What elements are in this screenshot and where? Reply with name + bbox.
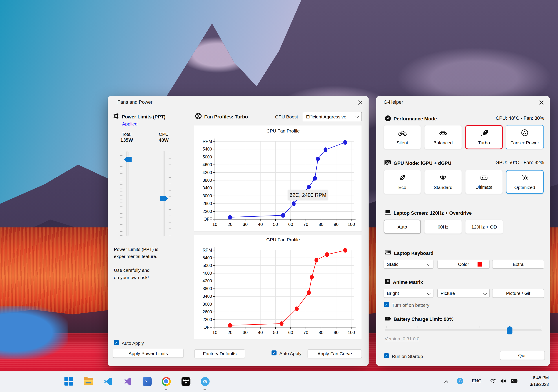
- tray-clock[interactable]: 6:45 PM 3/18/2023: [530, 375, 549, 388]
- keyboard-mode-value: Static: [387, 261, 399, 267]
- mode-fans-power-button[interactable]: Fans + Power: [506, 125, 544, 149]
- mode-balanced-label: Balanced: [434, 140, 453, 145]
- svg-text:3800: 3800: [203, 286, 212, 291]
- fans-window-titlebar[interactable]: Fans and Power: [108, 96, 369, 109]
- cpu-chip-icon: [113, 113, 119, 120]
- screen-120hz-od-button[interactable]: 120Hz + OD: [465, 220, 503, 234]
- battery-slider-track[interactable]: [385, 329, 541, 331]
- turn-off-on-battery-label: Turn off on battery: [392, 302, 429, 308]
- mode-silent-label: Silent: [396, 140, 408, 145]
- gpu-mode-heading-row: GPU Mode: iGPU + dGPU: [384, 159, 452, 167]
- auto-apply-power-checkbox[interactable]: ✓: [114, 340, 119, 345]
- svg-text:5000: 5000: [203, 263, 212, 268]
- laptop-keyboard-heading-row: Laptop Keyboard: [384, 250, 434, 256]
- wallpaper-blue-lake-patch: [0, 306, 68, 359]
- tray-wifi[interactable]: [490, 378, 497, 384]
- folder-icon: [84, 377, 93, 385]
- tray-chevron-up[interactable]: [443, 378, 449, 384]
- keyboard-color-label: Color: [458, 261, 469, 267]
- cpu-power-slider-thumb[interactable]: [160, 196, 168, 201]
- cpu-boost-value: Efficient Aggressive: [306, 114, 346, 119]
- vscode-button[interactable]: [103, 377, 113, 386]
- ghelper-titlebar[interactable]: G-Helper: [376, 96, 550, 109]
- tidal-button[interactable]: [181, 377, 190, 386]
- turn-off-on-battery-checkbox[interactable]: ✓: [384, 302, 389, 307]
- tray-language[interactable]: ENG: [472, 378, 482, 384]
- powershell-button[interactable]: >_: [142, 377, 152, 386]
- keyboard-extra-button[interactable]: Extra: [492, 260, 544, 268]
- fans-window-title: Fans and Power: [117, 100, 152, 105]
- visual-studio-button[interactable]: [123, 377, 132, 386]
- matrix-mode-value: Picture: [441, 291, 455, 296]
- ghelper-taskbar-button[interactable]: G: [201, 377, 210, 386]
- svg-text:60: 60: [288, 330, 293, 335]
- file-explorer-button[interactable]: [84, 377, 93, 386]
- quit-button[interactable]: Quit: [500, 351, 545, 360]
- wifi-icon: [490, 378, 497, 384]
- version-link[interactable]: Version: 0.31.0.0: [385, 336, 419, 342]
- performance-mode-heading: Performance Mode: [394, 116, 437, 122]
- cpu-power-slider[interactable]: [163, 151, 165, 236]
- gpu-fan-curve-chart[interactable]: OFF220026003000340038004200460050005400R…: [194, 234, 362, 339]
- cpu-fan-curve-svg[interactable]: OFF220026003000340038004200460050005400R…: [194, 125, 362, 232]
- tray-volume[interactable]: [500, 378, 507, 384]
- close-icon[interactable]: [538, 100, 544, 106]
- svg-text:2600: 2600: [203, 201, 212, 206]
- svg-text:3400: 3400: [203, 186, 212, 190]
- svg-text:60: 60: [288, 222, 293, 227]
- screen-60hz-button[interactable]: 60Hz: [424, 220, 462, 234]
- factory-defaults-button[interactable]: Factory Defaults: [194, 349, 245, 358]
- chrome-icon: [162, 377, 171, 386]
- battery-charging-icon: [510, 378, 518, 384]
- tray-time: 6:45 PM: [530, 375, 549, 382]
- chrome-button[interactable]: [162, 377, 171, 386]
- cpu-slider-ticks: [169, 152, 171, 236]
- tray-battery[interactable]: [510, 378, 518, 384]
- svg-text:10: 10: [212, 222, 217, 227]
- svg-text:OFF: OFF: [203, 217, 212, 222]
- keyboard-color-button[interactable]: Color: [437, 260, 490, 268]
- run-on-startup-checkbox[interactable]: ✓: [384, 353, 389, 358]
- mode-balanced-button[interactable]: Balanced: [424, 125, 462, 149]
- total-power-slider-thumb[interactable]: [124, 157, 132, 162]
- gpu-standard-button[interactable]: Standard: [424, 170, 462, 194]
- close-icon[interactable]: [357, 100, 363, 106]
- screen-auto-button[interactable]: Auto: [384, 220, 421, 234]
- screen-120hz-od-label: 120Hz + OD: [471, 224, 497, 229]
- tray-ghelper[interactable]: G: [457, 378, 463, 384]
- gpu-eco-button[interactable]: Eco: [384, 170, 421, 194]
- fan-profiles-heading: Fan Profiles: Turbo: [204, 114, 248, 119]
- battery-limit-slider[interactable]: [384, 326, 542, 335]
- screen-auto-label: Auto: [398, 224, 407, 229]
- rocket-icon: [480, 129, 488, 138]
- total-slider-ticks: [120, 152, 122, 236]
- auto-apply-fans-checkbox[interactable]: ✓: [271, 350, 277, 356]
- start-button[interactable]: [64, 377, 73, 386]
- matrix-mode-select[interactable]: Picture: [437, 289, 490, 298]
- apply-power-limits-button[interactable]: Apply Power Limits: [113, 349, 184, 358]
- mode-silent-button[interactable]: Silent: [384, 125, 421, 149]
- laptop-icon: [384, 209, 391, 217]
- g-helper-window: G-Helper Performance Mode CPU: 48°C - Fa…: [376, 96, 550, 366]
- picture-gif-button[interactable]: Picture / Gif: [492, 289, 544, 298]
- gpu-optimized-button[interactable]: Optimized: [506, 170, 544, 194]
- fans-and-power-window: Fans and Power Power Limits (PPT) Applie…: [108, 96, 369, 366]
- cpu-value: 40W: [153, 138, 175, 143]
- gpu-fan-curve-svg[interactable]: OFF220026003000340038004200460050005400R…: [194, 235, 362, 339]
- gauge-icon: [385, 115, 391, 123]
- svg-text:4200: 4200: [203, 170, 212, 175]
- svg-text:5000: 5000: [203, 155, 212, 159]
- tidal-icon: [181, 377, 190, 386]
- total-power-slider[interactable]: [126, 151, 129, 236]
- matrix-brightness-select[interactable]: Bright: [384, 289, 434, 298]
- keyboard-mode-select[interactable]: Static: [384, 260, 434, 268]
- svg-text:100: 100: [348, 222, 355, 227]
- gear-spark-icon: [521, 174, 529, 182]
- svg-text:3800: 3800: [203, 178, 212, 183]
- gpu-ultimate-button[interactable]: Ultimate: [465, 170, 503, 194]
- cpu-fan-curve-chart[interactable]: OFF220026003000340038004200460050005400R…: [194, 125, 362, 232]
- mode-turbo-button[interactable]: Turbo: [465, 125, 503, 149]
- apply-fan-curve-button[interactable]: Apply Fan Curve: [307, 349, 362, 358]
- g-helper-tray-icon: G: [457, 378, 463, 384]
- cpu-boost-select[interactable]: Efficient Aggressive: [303, 112, 362, 121]
